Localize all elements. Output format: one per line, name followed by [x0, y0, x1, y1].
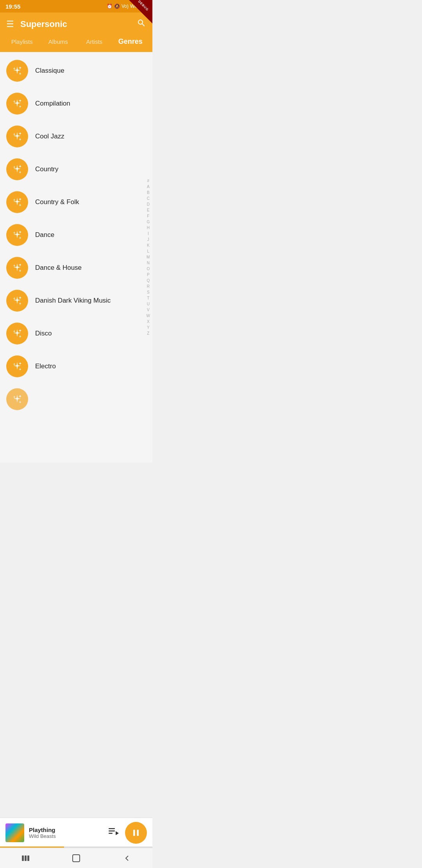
genre-name-classique: Classique	[35, 67, 64, 75]
genre-item-cool-jazz[interactable]: Cool Jazz	[0, 120, 152, 153]
genre-icon	[6, 224, 28, 246]
app-bar: ☰ Supersonic	[0, 13, 152, 36]
genre-list: Classique Compilation Cool Jazz	[0, 52, 152, 463]
tabs-bar: Playlists Albums Artists Genres	[0, 36, 152, 52]
genre-icon	[6, 93, 28, 115]
genre-name-disco: Disco	[35, 330, 52, 337]
status-time: 19:55	[5, 3, 20, 10]
alpha-Q[interactable]: Q	[146, 278, 150, 283]
genre-icon	[6, 60, 28, 82]
genre-icon	[6, 158, 28, 180]
search-icon[interactable]	[137, 18, 146, 30]
alpha-P[interactable]: P	[146, 272, 150, 278]
genre-icon	[6, 388, 28, 410]
tab-genres[interactable]: Genres	[113, 36, 149, 47]
alpha-U[interactable]: U	[146, 301, 150, 307]
alpha-L[interactable]: L	[146, 249, 150, 254]
genre-item-danish-dark-viking[interactable]: Danish Dark Viking Music	[0, 284, 152, 317]
alpha-O[interactable]: O	[146, 266, 150, 272]
genre-item-dance-house[interactable]: Dance & House	[0, 251, 152, 284]
alpha-Z[interactable]: Z	[146, 331, 150, 336]
alpha-V[interactable]: V	[146, 307, 150, 313]
alpha-N[interactable]: N	[146, 260, 150, 266]
genre-item-country[interactable]: Country	[0, 153, 152, 186]
alpha-S[interactable]: S	[146, 290, 150, 295]
alarm-icon: ⏰	[107, 4, 113, 9]
genre-item-disco[interactable]: Disco	[0, 317, 152, 350]
alpha-Y[interactable]: Y	[146, 325, 150, 330]
alpha-D[interactable]: D	[146, 202, 150, 207]
alpha-M[interactable]: M	[146, 255, 150, 260]
genre-name-cool-jazz: Cool Jazz	[35, 133, 64, 140]
genre-name-dance: Dance	[35, 231, 54, 239]
tab-playlists[interactable]: Playlists	[4, 37, 40, 47]
alpha-J[interactable]: J	[147, 237, 150, 242]
alpha-A[interactable]: A	[146, 184, 150, 190]
genre-item-dance[interactable]: Dance	[0, 219, 152, 251]
alpha-hash[interactable]: #	[146, 178, 150, 184]
alpha-E[interactable]: E	[146, 208, 150, 213]
alpha-W[interactable]: W	[146, 313, 151, 319]
genre-name-dance-house: Dance & House	[35, 264, 82, 272]
genre-icon	[6, 355, 28, 377]
status-bar: 19:55 ⏰ 🔕 Vo) WiFi 🔋 DEBUG	[0, 0, 152, 13]
silent-icon: 🔕	[114, 4, 120, 9]
genre-icon	[6, 323, 28, 344]
alpha-G[interactable]: G	[146, 219, 150, 225]
tab-albums[interactable]: Albums	[40, 37, 77, 47]
genre-icon	[6, 126, 28, 147]
debug-label: DEBUG	[138, 0, 149, 12]
signal-icon: Vo)	[122, 4, 129, 9]
genre-icon	[6, 257, 28, 279]
alpha-B[interactable]: B	[146, 190, 150, 195]
genre-item-country-folk[interactable]: Country & Folk	[0, 186, 152, 219]
hamburger-icon[interactable]: ☰	[6, 19, 14, 29]
alpha-T[interactable]: T	[146, 296, 150, 301]
genre-name-danish-dark-viking: Danish Dark Viking Music	[35, 297, 111, 305]
genre-item-compilation[interactable]: Compilation	[0, 87, 152, 120]
genre-item-partial[interactable]	[0, 383, 152, 416]
genre-name-compilation: Compilation	[35, 100, 70, 108]
alpha-K[interactable]: K	[146, 243, 150, 248]
alpha-C[interactable]: C	[146, 196, 150, 201]
alpha-X[interactable]: X	[146, 319, 150, 325]
alpha-F[interactable]: F	[146, 213, 150, 219]
genre-icon	[6, 191, 28, 213]
genre-item-electro[interactable]: Electro	[0, 350, 152, 383]
genre-name-country: Country	[35, 165, 59, 173]
genre-item-classique[interactable]: Classique	[0, 54, 152, 87]
genre-name-country-folk: Country & Folk	[35, 198, 79, 206]
app-title: Supersonic	[20, 19, 137, 29]
alpha-H[interactable]: H	[146, 225, 150, 231]
tab-artists[interactable]: Artists	[76, 37, 113, 47]
genre-icon	[6, 290, 28, 312]
alpha-I[interactable]: I	[147, 231, 150, 237]
alphabet-index: # A B C D E F G H I J K L M N O P Q R S …	[146, 52, 151, 463]
alpha-R[interactable]: R	[146, 284, 150, 289]
genre-name-electro: Electro	[35, 362, 56, 370]
